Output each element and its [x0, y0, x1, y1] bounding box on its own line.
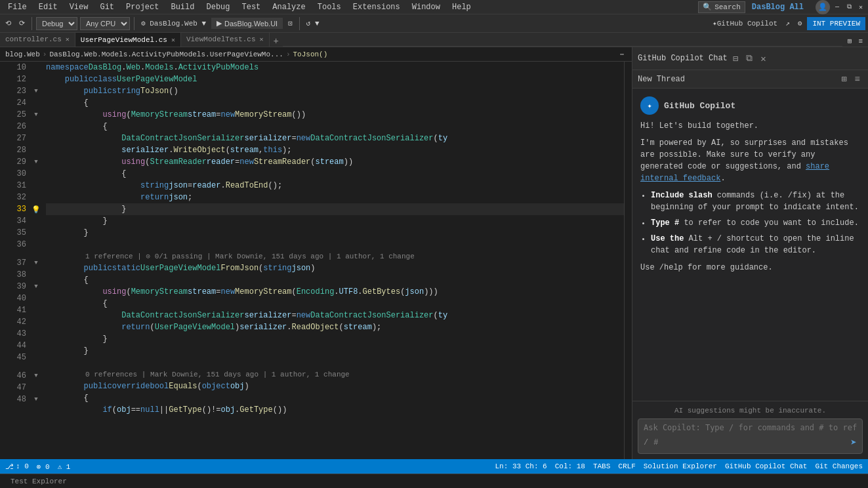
start-project-btn[interactable]: ⚙ DasBlog.Web ▼ [138, 18, 209, 29]
tab-userpageviewmodel[interactable]: UserPageViewModel.cs ✕ [75, 33, 181, 47]
status-solution-explorer[interactable]: Solution Explorer [644, 462, 717, 470]
test-status-icon: ⊙ [146, 253, 150, 260]
run-button[interactable]: ▶ DasBlog.Web.UI [211, 18, 283, 29]
fold-btn-25[interactable]: ▼ [31, 109, 41, 121]
toolbar-btn-1[interactable]: ⟲ [3, 18, 14, 29]
meta-line-2: 0 references | Mark Downie, 151 days ago… [46, 369, 624, 380]
copilot-collapse-btn[interactable]: ⊟ [730, 52, 741, 66]
code-line-48: if (obj == null || GetType() != obj.GetT… [46, 404, 624, 416]
code-line-29: using (StreamReader reader = new StreamR… [46, 156, 624, 168]
slash-btn[interactable]: / [644, 438, 648, 447]
menu-extensions[interactable]: Extensions [348, 0, 405, 14]
github-copilot-btn[interactable]: ✦ GitHub Copilot [710, 18, 780, 29]
status-copilot-chat[interactable]: GitHub Copilot Chat [725, 462, 807, 470]
toolbar-btn-misc[interactable]: ↺ ▼ [304, 18, 322, 29]
menu-debug[interactable]: Debug [201, 0, 235, 14]
tab-overflow-btn[interactable]: ≡ [856, 36, 865, 47]
status-git-changes[interactable]: Git Changes [815, 462, 863, 470]
menu-project[interactable]: Project [121, 0, 164, 14]
menu-file[interactable]: File [3, 0, 32, 14]
settings-btn[interactable]: ⚙ [795, 18, 805, 29]
breadcrumb: blog.Web › DasBlog.Web.Models.ActivityPu… [0, 47, 632, 62]
breadcrumb-overflow-btn[interactable]: ⋯ [617, 49, 627, 60]
status-errors[interactable]: ⊗ 0 [37, 462, 50, 471]
copilot-msg-header: ✦ GitHub Copilot [640, 96, 860, 115]
menu-tools[interactable]: Tools [312, 0, 346, 14]
code-line-25: using (MemoryStream stream = new MemoryS… [46, 109, 624, 121]
minimize-button[interactable]: — [833, 3, 842, 12]
menu-edit[interactable]: Edit [33, 0, 63, 14]
tab-controller-label: controller.cs [5, 35, 62, 43]
int-preview-btn[interactable]: INT PREVIEW [807, 17, 865, 30]
status-tab[interactable]: TABS [593, 462, 610, 470]
code-editor[interactable]: 10 12 23 24 25 26 27 28 29 30 31 32 33 3… [0, 62, 632, 459]
warnings-label: ⚠ 1 [58, 462, 71, 471]
git-icon: ⎇ [5, 462, 14, 471]
fold-btn-23[interactable]: ▼ [31, 85, 41, 97]
tab-size-label: TABS [593, 462, 610, 470]
close-button[interactable]: ✕ [856, 3, 865, 12]
status-warnings[interactable]: ⚠ 1 [58, 462, 71, 471]
tab-controller-close[interactable]: ✕ [66, 35, 70, 43]
copilot-input[interactable] [644, 423, 857, 432]
fold-gutter: ▼ ▼ ▼ 💡 ▼ ▼ [31, 62, 41, 459]
tab-split-btn[interactable]: ⊞ [845, 35, 855, 47]
code-line-45 [46, 357, 624, 369]
fold-btn-37[interactable]: ▼ [31, 257, 41, 269]
new-tab-button[interactable]: + [270, 36, 283, 47]
menu-git[interactable]: Git [94, 0, 119, 14]
copilot-help-text: Use /help for more guidance. [640, 262, 860, 274]
tab-controller[interactable]: controller.cs ✕ [0, 33, 75, 47]
copilot-close-btn[interactable]: ✕ [758, 52, 768, 66]
menu-test[interactable]: Test [237, 0, 266, 14]
menu-view[interactable]: View [64, 0, 94, 14]
hash-btn[interactable]: # [653, 438, 658, 447]
breadcrumb-method[interactable]: ToJson() [293, 51, 328, 58]
menu-analyze[interactable]: Analyze [267, 0, 310, 14]
maximize-button[interactable]: ⧉ [844, 3, 854, 12]
fold-btn-29[interactable]: ▼ [31, 156, 41, 168]
copilot-popout-btn[interactable]: ⧉ [743, 52, 755, 65]
tab-viewmodeltest-close[interactable]: ✕ [260, 35, 264, 43]
errors-label: ⊗ 0 [37, 462, 50, 471]
copilot-send-button[interactable]: ➤ [850, 436, 857, 449]
menu-window[interactable]: Window [407, 0, 445, 14]
copilot-footer: AI suggestions might be inaccurate. / # … [632, 401, 868, 459]
avatar-icon[interactable]: 👤 [816, 0, 830, 14]
menu-help[interactable]: Help [447, 0, 476, 14]
lightbulb-icon[interactable]: 💡 [31, 203, 41, 215]
tab-viewmodeltest[interactable]: ViewModelTest.cs ✕ [181, 33, 270, 47]
debug-config-select[interactable]: Debug [36, 17, 77, 30]
code-line-27: DataContractJsonSerializer serializer = … [46, 132, 624, 144]
code-lines[interactable]: namespace DasBlog.Web.Models.ActivityPub… [41, 62, 624, 459]
share-btn[interactable]: ↗ [783, 18, 793, 29]
search-box[interactable]: 🔍 Search [698, 1, 745, 13]
new-thread-menu-btn[interactable]: ≡ [852, 73, 863, 86]
fold-btn-46[interactable]: ▼ [31, 370, 41, 382]
status-bar: ⎇ ↕ 0 ⊗ 0 ⚠ 1 Ln: 33 Ch: 6 Col: 18 TABS … [0, 459, 868, 474]
git-status: ↕ 0 [16, 462, 29, 470]
tab-bar: controller.cs ✕ UserPageViewModel.cs ✕ V… [0, 33, 868, 47]
main-area: blog.Web › DasBlog.Web.Models.ActivityPu… [0, 47, 868, 459]
feedback-link[interactable]: share internal feedback [640, 162, 829, 183]
code-line-42: return (UserPageViewModel)serializer.Rea… [46, 321, 624, 333]
fold-btn-48[interactable]: ▼ [31, 394, 41, 405]
test-explorer-tab[interactable]: Test Explorer [5, 474, 72, 488]
code-line-44: } [46, 345, 624, 357]
status-encoding[interactable]: CRLF [618, 462, 635, 470]
menu-build[interactable]: Build [165, 0, 199, 14]
status-git[interactable]: ⎇ ↕ 0 [5, 462, 29, 471]
fold-btn-39[interactable]: ▼ [31, 281, 41, 293]
code-line-30: { [46, 168, 624, 180]
tab-userpageviewmodel-close[interactable]: ✕ [171, 36, 175, 44]
toolbar-btn-2[interactable]: ⟳ [16, 18, 28, 29]
toolbar-sep-3 [299, 17, 300, 30]
meta-line-1: 1 reference | ⊙ 0/1 passing | Mark Downi… [46, 251, 624, 262]
breadcrumb-namespace[interactable]: DasBlog.Web.Models.ActivityPubModels.Use… [49, 51, 283, 58]
attach-btn[interactable]: ⊡ [285, 18, 295, 29]
platform-select[interactable]: Any CPU [80, 17, 130, 30]
line-numbers: 10 12 23 24 25 26 27 28 29 30 31 32 33 3… [0, 62, 31, 459]
copilot-input-area[interactable]: / # ➤ [638, 418, 863, 454]
code-line-37: public static UserPageViewModel FromJson… [46, 262, 624, 274]
new-thread-layout-btn[interactable]: ⊞ [838, 72, 849, 86]
